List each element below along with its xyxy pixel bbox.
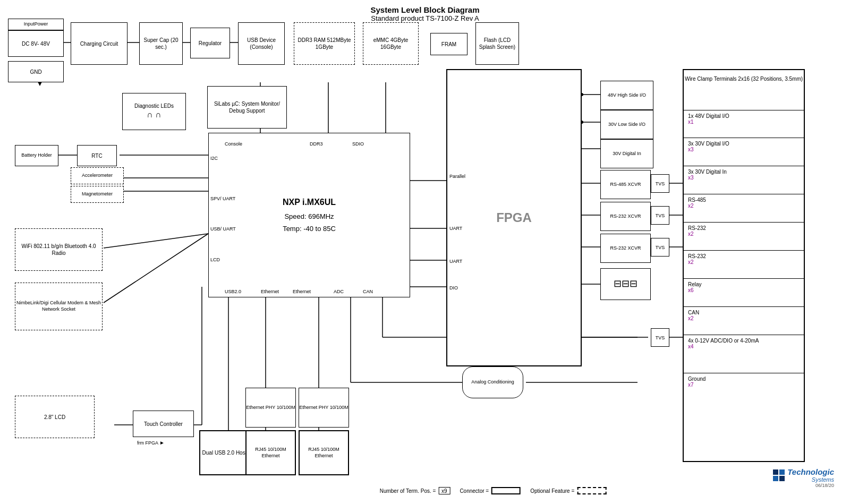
silabs-block: SiLabs µC: System Monitor/ Debug Support xyxy=(207,86,287,129)
dual-usb-block: Dual USB 2.0 Host xyxy=(199,430,250,475)
eth1-label: Ethernet xyxy=(261,289,279,294)
lcd-block: 2.8" LCD xyxy=(15,396,95,438)
tvs4: TVS xyxy=(651,328,669,347)
console-label: Console xyxy=(225,141,242,147)
wc-row-ground: Ground x7 xyxy=(688,376,800,388)
wc-row-adc: 4x 0-12V ADC/DIO or 4-20mA x4 xyxy=(688,338,800,349)
can-label: CAN xyxy=(363,289,373,294)
wc-row-relay: Relay x6 xyxy=(688,281,800,293)
input-power-label: InputPower xyxy=(8,19,64,30)
uart1-label: UART xyxy=(447,226,462,231)
rtc-block: RTC xyxy=(77,145,117,166)
ddr3-label: DDR3 xyxy=(310,141,323,147)
wire-clamp-title: Wire Clamp Terminals 2x16 (32 Positions,… xyxy=(684,75,804,83)
super-cap-block: Super Cap (20 sec.) xyxy=(139,22,183,65)
sdio-label: SDIO xyxy=(352,141,364,147)
logo-squares xyxy=(773,469,785,481)
ddr3-ram-block: DDR3 RAM 512MByte 1GByte xyxy=(294,22,355,65)
tvs1: TVS xyxy=(651,174,669,193)
wire-clamp-box: Wire Clamp Terminals 2x16 (32 Positions,… xyxy=(683,69,805,462)
cpu-box: NXP i.MX6UL Speed: 696MHz Temp: -40 to 8… xyxy=(208,133,410,297)
accelerometer-block: Accelerometer xyxy=(71,167,124,184)
rj45-left-block: RJ45 10/100M Ethernet xyxy=(245,430,296,475)
flash-block: Flash (LCD Splash Screen) xyxy=(475,22,519,65)
analog-cond-block: Analog Conditioning xyxy=(462,366,523,398)
wc-row-rs232a: RS-232 x2 xyxy=(688,225,800,237)
diagram-container: System Level Block Diagram Standard prod… xyxy=(0,0,850,504)
wifi-block: WiFi 802.11 b/g/n Bluetooth 4.0 Radio xyxy=(15,228,103,271)
gnd-block: GND xyxy=(8,61,64,82)
uart2-label: UART xyxy=(447,259,462,264)
magnetometer-block: Magnetometer xyxy=(71,186,124,203)
hv48-block: 48V High Side I/O xyxy=(600,81,653,110)
dc-block: DC 8V- 48V xyxy=(8,30,64,57)
wc-row-48v: 1x 48V Digital I/O x1 xyxy=(688,113,800,125)
wc-row-can: CAN x2 xyxy=(688,310,800,321)
svg-line-57 xyxy=(104,234,208,303)
svg-line-56 xyxy=(104,234,208,248)
legend-dashed-box xyxy=(577,487,606,494)
legend-connector: Connector = xyxy=(460,487,521,494)
eth-phy-right-block: Ethernet PHY 10/100M xyxy=(299,388,349,428)
diagram-title: System Level Block Diagram Standard prod… xyxy=(370,5,479,22)
rj45-right-block: RJ45 10/100M Ethernet xyxy=(299,430,349,475)
usb-uart-label: USB/ UART xyxy=(209,226,236,232)
emmc-block: eMMC 4GByte 16GByte xyxy=(363,22,419,65)
frm-fpga-label: frm FPGA ► xyxy=(137,440,165,446)
wc-row-30v-io: 3x 30V Digital I/O x3 xyxy=(688,141,800,152)
legend-term-pos: Number of Term. Pos. = x9 xyxy=(380,487,450,494)
fpga-box: FPGA Parallel UART UART DIO xyxy=(446,69,582,366)
charging-circuit-block: Charging Circuit xyxy=(71,22,128,65)
touch-controller-block: Touch Controller xyxy=(133,411,194,437)
eth-phy-left-block: Ethernet PHY 10/100M xyxy=(245,388,296,428)
lcd-cpu-label: LCD xyxy=(209,257,220,262)
nimbelink-block: NimbeLink/Digi Cellular Modem & Mesh Net… xyxy=(15,283,103,330)
rs232-xcvr2-block: RS-232 XCVR xyxy=(600,234,651,263)
eth2-label: Ethernet xyxy=(293,289,311,294)
wc-row-rs485: RS-485 x2 xyxy=(688,197,800,209)
regulator-block: Regulator xyxy=(190,28,230,58)
diagnostic-leds-block: Diagnostic LEDs ∩ ∩ xyxy=(122,93,186,130)
lv30-block: 30V Low Side I/O xyxy=(600,110,653,139)
legend-x-box: x9 xyxy=(438,487,450,494)
battery-holder-block: Battery Holder xyxy=(15,145,58,166)
wc-row-rs232b: RS-232 x2 xyxy=(688,253,800,265)
usb-device-block: USB Device (Console) xyxy=(238,22,285,65)
wc-row-30v-in: 3x 30V Digital In x3 xyxy=(688,169,800,181)
fram-block: FRAM xyxy=(430,33,468,55)
spv-uart-label: SPV/ UART xyxy=(209,196,235,201)
logo-text: Technologic Systems xyxy=(787,467,834,483)
legend-optional: Optional Feature = xyxy=(530,487,606,494)
technologic-logo: Technologic Systems 06/18/20 xyxy=(773,467,834,488)
i2c-label: I2C xyxy=(209,156,218,161)
tvs3: TVS xyxy=(651,238,669,257)
parallel-label: Parallel xyxy=(447,174,465,179)
dig30-block: 30V Digital In xyxy=(600,139,653,168)
rs485-xcvr-block: RS-485 XCVR xyxy=(600,170,651,199)
usb20-label: USB2.0 xyxy=(225,289,241,294)
tvs2: TVS xyxy=(651,206,669,225)
relay-block: ⊟⊟⊟ xyxy=(600,268,651,300)
legend: Number of Term. Pos. = x9 Connector = Op… xyxy=(380,487,607,494)
dio-label: DIO xyxy=(447,285,458,291)
legend-solid-box xyxy=(491,487,521,494)
adc-label: ADC xyxy=(334,289,344,294)
rs232-xcvr1-block: RS-232 XCVR xyxy=(600,202,651,231)
